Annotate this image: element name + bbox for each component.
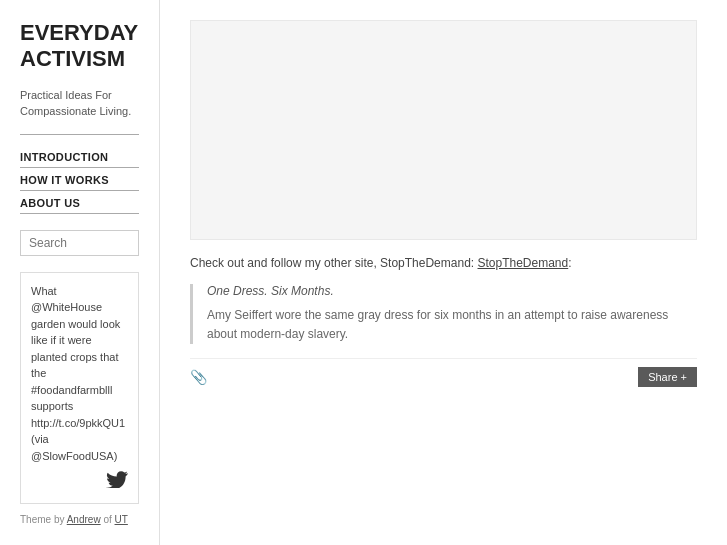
share-button[interactable]: Share + bbox=[638, 367, 697, 387]
nav-item-how-it-works[interactable]: HOW IT WORKS bbox=[20, 168, 139, 191]
sidebar-theme: Theme by Andrew of UT bbox=[20, 514, 139, 525]
blockquote-title: One Dress. Six Months. bbox=[207, 284, 697, 298]
tweet-widget: What @WhiteHouse garden would look like … bbox=[20, 272, 139, 504]
post-intro: Check out and follow my other site, Stop… bbox=[190, 256, 697, 270]
post-footer: 📎 Share + bbox=[190, 358, 697, 387]
main-top-image-area bbox=[190, 20, 697, 240]
main-content: Check out and follow my other site, Stop… bbox=[160, 0, 727, 545]
search-input[interactable] bbox=[20, 230, 139, 256]
tweet-text: What @WhiteHouse garden would look like … bbox=[31, 285, 125, 462]
paperclip-icon: 📎 bbox=[190, 369, 207, 386]
nav-item-about-us[interactable]: ABOUT US bbox=[20, 191, 139, 214]
sidebar: EVERYDAY ACTIVISM Practical Ideas For Co… bbox=[0, 0, 160, 545]
search-box bbox=[20, 230, 139, 256]
divider-1 bbox=[20, 134, 139, 135]
stop-the-demand-link[interactable]: StopTheDemand bbox=[478, 256, 569, 270]
blockquote-area: One Dress. Six Months. Amy Seiffert wore… bbox=[190, 284, 697, 344]
theme-author-link[interactable]: Andrew bbox=[67, 514, 101, 525]
main-post-area: Check out and follow my other site, Stop… bbox=[190, 256, 697, 525]
site-tagline: Practical Ideas For Compassionate Living… bbox=[20, 87, 139, 120]
tweet-bird-icon bbox=[31, 470, 128, 493]
blockquote-body: Amy Seiffert wore the same gray dress fo… bbox=[207, 306, 697, 344]
site-title: EVERYDAY ACTIVISM bbox=[20, 20, 139, 73]
nav-item-introduction[interactable]: INTRODUCTION bbox=[20, 145, 139, 168]
theme-site-link[interactable]: UT bbox=[115, 514, 128, 525]
